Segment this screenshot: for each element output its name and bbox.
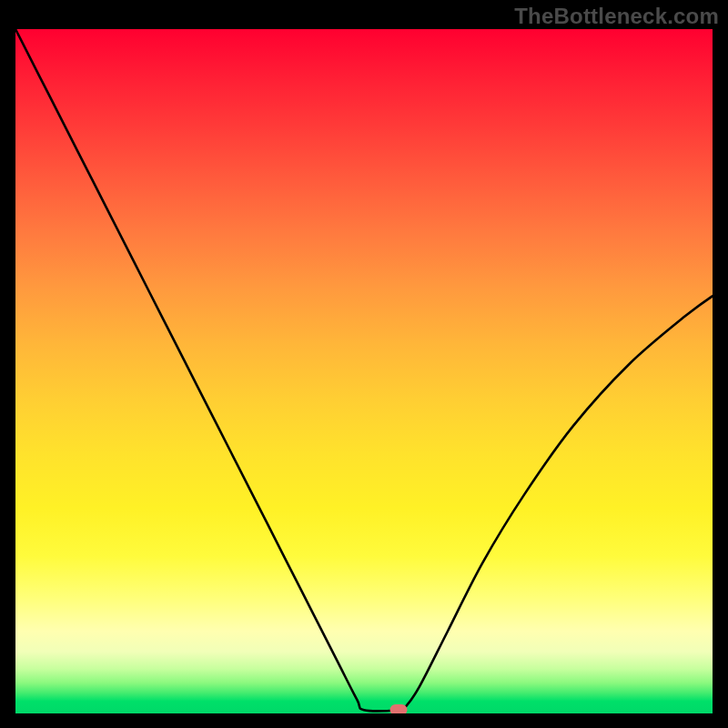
optimum-marker	[390, 704, 408, 713]
plot-area	[15, 29, 713, 713]
bottleneck-curve	[15, 29, 713, 713]
watermark-label: TheBottleneck.com	[514, 4, 719, 29]
chart-frame: TheBottleneck.com	[0, 0, 728, 728]
